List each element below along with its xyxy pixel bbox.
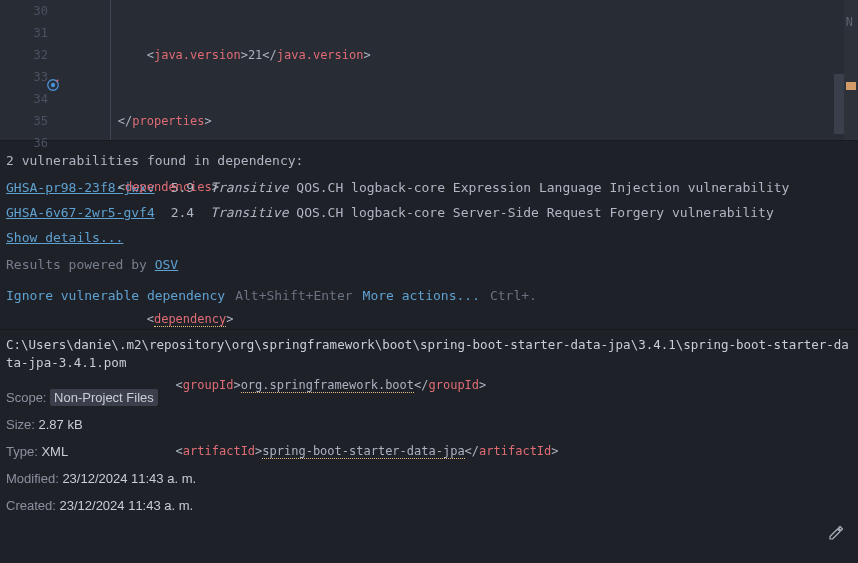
scrollbar-warning-marker[interactable]	[846, 82, 856, 90]
target-icon[interactable]	[46, 78, 60, 92]
edit-icon[interactable]	[828, 525, 844, 541]
svg-point-1	[51, 83, 55, 87]
line-number: 30	[0, 0, 48, 22]
size-label: Size:	[6, 417, 39, 432]
line-number: 35	[0, 110, 48, 132]
line-number: 36	[0, 132, 48, 154]
type-label: Type:	[6, 444, 41, 459]
created-label: Created:	[6, 498, 59, 513]
line-number: 32	[0, 44, 48, 66]
line-number: 33	[0, 66, 48, 88]
code-editor[interactable]: 30 31 32 33 34 35 36 <java.version>21</j…	[0, 0, 858, 140]
line-number: 31	[0, 22, 48, 44]
scrollbar-thumb[interactable]	[834, 74, 844, 134]
modified-label: Modified:	[6, 471, 62, 486]
code-content[interactable]: <java.version>21</java.version> </proper…	[60, 0, 858, 140]
line-number: 34	[0, 88, 48, 110]
minimap-label: N	[846, 15, 853, 29]
scope-label: Scope:	[6, 390, 50, 405]
line-number-gutter: 30 31 32 33 34 35 36	[0, 0, 60, 140]
